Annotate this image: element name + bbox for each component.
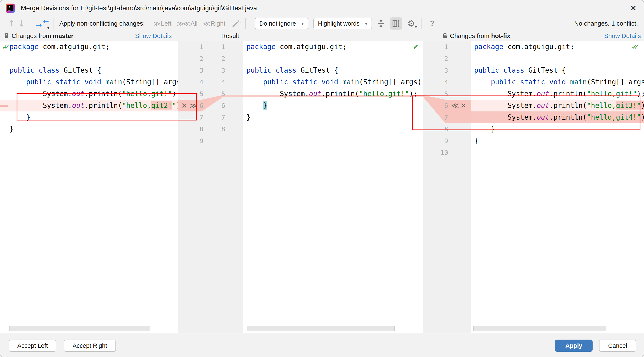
- line-number: 9: [423, 135, 448, 147]
- line-number: 7: [178, 112, 204, 123]
- accept-right-button[interactable]: Accept Right: [64, 340, 116, 352]
- right-horizontal-scrollbar[interactable]: [473, 326, 606, 332]
- code-line: }: [471, 123, 644, 135]
- line-number: 7: [204, 112, 225, 123]
- result-pane-label: Result: [221, 31, 239, 41]
- line-number: 1: [423, 41, 448, 53]
- cancel-button[interactable]: Cancel: [599, 340, 636, 352]
- dialog-footer: Accept Left Accept Right Apply Cancel: [0, 333, 644, 357]
- line-number: 10: [423, 147, 448, 158]
- synchronize-scrolling-icon[interactable]: [390, 18, 402, 30]
- code-line: public static void main(String[] args) {: [471, 76, 644, 88]
- accept-left-button[interactable]: Accept Left: [9, 340, 56, 352]
- right-editor-pane[interactable]: package com.atguigu.git;public class Git…: [471, 41, 644, 333]
- apply-right-non-conflicting-button[interactable]: ≪ Right: [203, 20, 226, 28]
- right-line-numbers: 12345678910: [423, 41, 448, 158]
- previous-change-button[interactable]: ↑: [6, 19, 16, 28]
- apply-all-left-check-icon[interactable]: ✓✓: [2, 41, 10, 53]
- toolbar-separator: [31, 18, 31, 29]
- code-line: package com.atguigu.git;: [243, 41, 422, 53]
- left-branch-name: master: [53, 32, 74, 39]
- line-number: 2: [178, 53, 204, 64]
- code-line: public class GitTest {: [471, 64, 644, 76]
- result-editor-pane[interactable]: package com.atguigu.git;public class Git…: [243, 41, 422, 333]
- apply-all-right-check-icon[interactable]: ✓✓: [631, 41, 640, 53]
- line-number: 8: [204, 123, 225, 135]
- code-line: package com.atguigu.git;: [0, 41, 178, 53]
- right-show-details-link[interactable]: Show Details: [604, 31, 641, 41]
- line-number: 8: [423, 123, 448, 135]
- help-icon[interactable]: ?: [430, 19, 434, 28]
- intellij-logo-icon: IJ: [6, 4, 15, 13]
- code-line: public static void main(String[] args) {: [243, 76, 422, 88]
- line-number: 4: [178, 76, 204, 88]
- toolbar: ↑ ↓ ← → ▾ Apply non-conflicting changes:…: [0, 16, 644, 31]
- line-number: 1: [204, 41, 225, 53]
- code-line: System.out.println("hello,git!");: [471, 88, 644, 100]
- line-number: 6: [204, 100, 225, 112]
- apply-button[interactable]: Apply: [555, 340, 592, 352]
- code-line: System.out.println("hello,git3!");: [471, 100, 644, 112]
- magic-resolve-icon[interactable]: [231, 19, 241, 28]
- lock-icon: [442, 33, 447, 39]
- double-chevron-left-icon: ≪: [203, 20, 209, 28]
- right-branch-name: hot-fix: [491, 32, 510, 39]
- dialog-title: Merge Revisions for E:\git-test\git-demo…: [21, 4, 257, 12]
- lock-icon: [4, 33, 9, 39]
- result-horizontal-scrollbar[interactable]: [247, 326, 395, 332]
- line-number: 5: [178, 88, 204, 100]
- apply-all-non-conflicting-icon[interactable]: ← → ▾: [36, 18, 49, 30]
- code-line: }: [243, 100, 422, 112]
- toolbar-separator: [245, 18, 246, 29]
- code-line: }: [243, 112, 422, 123]
- line-number: 2: [423, 53, 448, 64]
- double-chevron-both-icon: ≫≪: [177, 20, 189, 28]
- apply-left-non-conflicting-button[interactable]: ≫ Left: [153, 20, 172, 28]
- code-line: System.out.println("hello,git4!");: [471, 112, 644, 123]
- accept-left-change-icon[interactable]: ≫: [190, 100, 198, 112]
- code-line: System.out.println("hello,git!");: [243, 88, 422, 100]
- apply-all-non-conflicting-button[interactable]: ≫≪ All: [177, 20, 198, 28]
- code-line: }: [471, 135, 644, 147]
- line-number: 3: [204, 64, 225, 76]
- close-icon[interactable]: ✕: [630, 4, 637, 12]
- line-number: 3: [178, 64, 204, 76]
- title-bar: IJ Merge Revisions for E:\git-test\git-d…: [0, 0, 644, 16]
- settings-gear-icon[interactable]: ⚙ ▾: [405, 18, 417, 30]
- merge-revisions-dialog: IJ Merge Revisions for E:\git-test\git-d…: [0, 0, 644, 357]
- conflict-status-text: No changes. 1 conflict.: [574, 16, 638, 31]
- left-horizontal-scrollbar[interactable]: [10, 326, 150, 332]
- ignore-policy-dropdown[interactable]: Do not ignore ▾: [255, 18, 308, 30]
- code-line: [243, 53, 422, 64]
- right-pane-header: Changes from hot-fix: [442, 31, 510, 41]
- line-number: 8: [178, 123, 204, 135]
- line-number: 4: [423, 76, 448, 88]
- collapse-unchanged-icon[interactable]: [375, 18, 387, 30]
- ignore-left-change-icon[interactable]: ✕: [181, 100, 187, 112]
- highlight-policy-dropdown[interactable]: Highlight words ▾: [314, 18, 372, 30]
- left-pane-header: Changes from master: [4, 31, 74, 41]
- left-show-details-link[interactable]: Show Details: [135, 31, 172, 41]
- accept-right-change-icon[interactable]: ≪: [451, 100, 459, 112]
- code-line: System.out.println("hello,git2!");: [0, 100, 178, 112]
- chevron-down-icon: ▾: [415, 25, 417, 29]
- code-line: [471, 53, 644, 64]
- code-line: public class GitTest {: [0, 64, 178, 76]
- chevron-down-icon: ▾: [47, 25, 49, 30]
- left-line-numbers: 123456789: [178, 41, 204, 147]
- code-line: public class GitTest {: [243, 64, 422, 76]
- pane-headers: Changes from master Show Details Result …: [0, 31, 644, 41]
- chevron-down-icon: ▾: [302, 21, 304, 26]
- line-number: 5: [204, 88, 225, 100]
- line-number: 3: [423, 64, 448, 76]
- merge-editor-area: package com.atguigu.git;public class Git…: [0, 41, 644, 333]
- code-line: public static void main(String[] args) {: [0, 76, 178, 88]
- left-editor-pane[interactable]: package com.atguigu.git;public class Git…: [0, 41, 178, 333]
- code-line: }: [0, 112, 178, 123]
- toolbar-separator: [54, 18, 54, 29]
- line-number: 9: [178, 135, 204, 147]
- line-number: 7: [423, 112, 448, 123]
- ignore-right-change-icon[interactable]: ✕: [460, 100, 466, 112]
- result-line-numbers: 12345678: [204, 41, 225, 135]
- next-change-button[interactable]: ↓: [16, 19, 27, 28]
